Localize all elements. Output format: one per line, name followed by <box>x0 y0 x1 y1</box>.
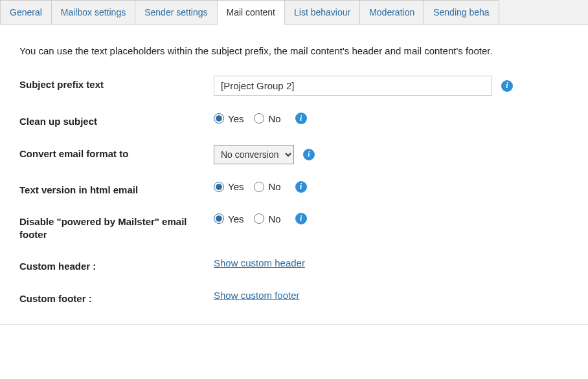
row-custom-header: Custom header : Show custom header <box>19 257 569 273</box>
row-convert-format: Convert email format to No conversion i <box>19 145 569 164</box>
select-convert-format[interactable]: No conversion <box>214 145 294 164</box>
row-subject-prefix: Subject prefix text i <box>19 76 569 96</box>
radio-label-no: No <box>268 213 280 224</box>
info-icon[interactable]: i <box>501 80 513 92</box>
label-custom-footer: Custom footer : <box>19 290 214 305</box>
info-icon[interactable]: i <box>295 113 307 124</box>
content-panel: You can use the text placeholders within… <box>0 25 588 325</box>
radio-textversion-no[interactable] <box>254 182 264 192</box>
row-text-version: Text version in html email Yes No i <box>19 181 569 197</box>
info-icon[interactable]: i <box>295 213 307 224</box>
tab-list-behaviour[interactable]: List behaviour <box>284 0 360 24</box>
radio-textversion-yes[interactable] <box>214 182 224 192</box>
label-clean-up-subject: Clean up subject <box>19 113 214 128</box>
tab-sender-settings[interactable]: Sender settings <box>135 0 217 24</box>
radio-label-no: No <box>268 113 280 124</box>
link-show-custom-footer[interactable]: Show custom footer <box>214 290 300 301</box>
label-text-version: Text version in html email <box>19 181 214 197</box>
label-custom-header: Custom header : <box>19 257 214 273</box>
tab-sending-behaviour[interactable]: Sending beha <box>424 0 499 24</box>
radio-disablefooter-yes[interactable] <box>214 213 224 224</box>
radio-cleanup-no[interactable] <box>254 113 264 124</box>
row-disable-footer: Disable "powered by Mailster" email foot… <box>19 213 569 241</box>
label-subject-prefix: Subject prefix text <box>19 76 214 91</box>
label-disable-footer: Disable "powered by Mailster" email foot… <box>19 213 214 241</box>
tabs-bar: General Mailbox settings Sender settings… <box>0 0 588 25</box>
intro-text: You can use the text placeholders within… <box>19 44 569 58</box>
input-subject-prefix[interactable] <box>214 76 492 96</box>
radio-label-yes: Yes <box>228 181 243 192</box>
row-clean-up-subject: Clean up subject Yes No i <box>19 113 569 128</box>
radio-label-yes: Yes <box>228 213 243 224</box>
tab-general[interactable]: General <box>0 0 52 24</box>
info-icon[interactable]: i <box>295 181 307 193</box>
tab-mail-content[interactable]: Mail content <box>217 0 285 25</box>
radio-cleanup-yes[interactable] <box>214 113 224 124</box>
link-show-custom-header[interactable]: Show custom header <box>214 257 305 268</box>
tab-moderation[interactable]: Moderation <box>359 0 424 24</box>
label-convert-format: Convert email format to <box>19 145 214 160</box>
radio-label-no: No <box>268 181 280 192</box>
row-custom-footer: Custom footer : Show custom footer <box>19 290 569 305</box>
tab-mailbox-settings[interactable]: Mailbox settings <box>51 0 135 24</box>
radio-disablefooter-no[interactable] <box>254 213 264 224</box>
radio-label-yes: Yes <box>228 113 243 124</box>
info-icon[interactable]: i <box>303 149 315 160</box>
